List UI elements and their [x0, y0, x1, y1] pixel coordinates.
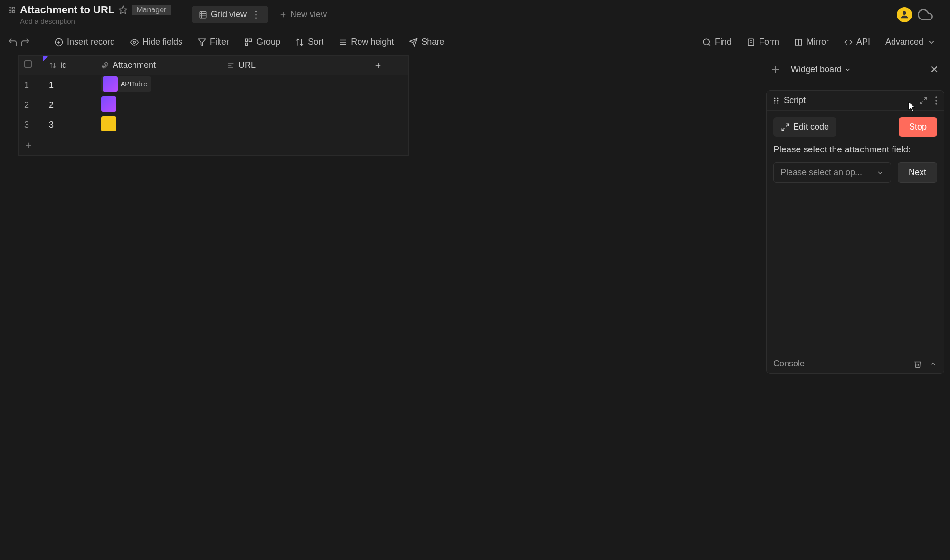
row-height-label: Row height [351, 37, 394, 47]
svg-point-10 [902, 11, 906, 14]
cell-url[interactable] [221, 115, 347, 135]
column-header-id[interactable]: id [43, 56, 95, 75]
svg-point-14 [133, 41, 136, 43]
undo-icon[interactable] [8, 37, 18, 47]
cell-attachment[interactable]: APITable [95, 75, 221, 95]
edit-code-label: Edit code [793, 122, 829, 132]
trash-icon[interactable] [913, 360, 922, 368]
column-header-attachment[interactable]: Attachment [95, 56, 221, 75]
widget-title: Script [784, 95, 806, 105]
prompt-text: Please select the attachment field: [773, 144, 937, 155]
sort-button[interactable]: Sort [289, 33, 330, 51]
add-column-button[interactable] [347, 56, 409, 75]
next-label: Next [909, 168, 926, 177]
svg-point-5 [255, 10, 256, 12]
col-attachment-label: Attachment [113, 60, 156, 70]
cell-id[interactable]: 3 [43, 115, 95, 135]
mirror-label: Mirror [807, 37, 829, 47]
edit-code-button[interactable]: Edit code [773, 117, 836, 137]
cell-empty [347, 115, 409, 135]
cell-id[interactable]: 2 [43, 95, 95, 115]
table-row[interactable]: 1 1 APITable [19, 75, 409, 95]
view-tab-grid[interactable]: Grid view [192, 6, 268, 23]
svg-point-24 [703, 39, 709, 45]
attachment-thumb-icon [101, 96, 116, 112]
share-label: Share [421, 37, 444, 47]
chevron-down-icon [876, 169, 884, 177]
advanced-label: Advanced [885, 37, 923, 47]
insert-record-button[interactable]: Insert record [48, 33, 122, 51]
expand-icon[interactable] [919, 96, 928, 105]
svg-point-47 [777, 102, 779, 103]
hide-fields-button[interactable]: Hide fields [124, 33, 189, 51]
view-tab-more-icon[interactable] [250, 10, 262, 19]
datasheet-icon [8, 6, 16, 14]
chevron-up-icon[interactable] [929, 360, 937, 368]
row-number: 1 [19, 75, 43, 95]
widget-more-icon[interactable] [935, 96, 937, 105]
svg-point-45 [777, 100, 779, 101]
svg-line-25 [708, 44, 710, 45]
new-view-button[interactable]: New view [272, 6, 333, 23]
drag-handle-icon[interactable] [773, 97, 779, 104]
share-button[interactable]: Share [402, 33, 451, 51]
cell-id[interactable]: 1 [43, 75, 95, 95]
sync-icon[interactable] [918, 7, 933, 22]
svg-point-46 [774, 102, 776, 103]
svg-rect-18 [245, 43, 247, 45]
find-button[interactable]: Find [696, 33, 738, 51]
star-icon[interactable] [118, 5, 128, 15]
field-select[interactable]: Please select an op... [773, 162, 891, 183]
find-label: Find [715, 37, 732, 47]
avatar[interactable] [897, 7, 912, 22]
view-tab-label: Grid view [211, 9, 247, 19]
api-button[interactable]: API [837, 33, 877, 51]
page-title: Attachment to URL [20, 4, 114, 16]
attachment-thumb-icon [101, 116, 116, 131]
redo-icon[interactable] [20, 37, 30, 47]
row-height-button[interactable]: Row height [332, 33, 400, 51]
row-number: 3 [19, 115, 43, 135]
role-badge: Manager [132, 5, 171, 15]
add-row[interactable] [19, 135, 409, 156]
add-widget-button[interactable] [770, 64, 781, 75]
sort-label: Sort [308, 37, 323, 47]
next-button[interactable]: Next [898, 162, 937, 183]
stop-button[interactable]: Stop [899, 117, 937, 137]
filter-button[interactable]: Filter [191, 33, 236, 51]
svg-rect-29 [795, 39, 798, 45]
form-button[interactable]: Form [740, 33, 786, 51]
api-label: API [856, 37, 870, 47]
checkbox-header[interactable] [19, 56, 43, 75]
description-placeholder[interactable]: Add a description [20, 17, 188, 25]
svg-point-7 [255, 17, 256, 19]
widget-board-select[interactable]: Widget board [791, 65, 851, 75]
filter-label: Filter [210, 37, 229, 47]
form-label: Form [759, 37, 779, 47]
new-view-label: New view [290, 9, 327, 19]
cell-url[interactable] [221, 95, 347, 115]
svg-marker-0 [119, 6, 127, 14]
svg-point-50 [935, 96, 937, 98]
cell-attachment[interactable] [95, 95, 221, 115]
table-row[interactable]: 3 3 [19, 115, 409, 135]
svg-point-42 [774, 97, 776, 99]
close-panel-button[interactable] [929, 64, 940, 75]
table-row[interactable]: 2 2 [19, 95, 409, 115]
svg-marker-15 [199, 39, 206, 46]
row-number: 2 [19, 95, 43, 115]
column-header-url[interactable]: URL [221, 56, 347, 75]
svg-point-51 [935, 100, 937, 102]
svg-rect-30 [799, 39, 802, 45]
cell-empty [347, 95, 409, 115]
advanced-button[interactable]: Advanced [879, 33, 942, 51]
group-button[interactable]: Group [238, 33, 287, 51]
insert-record-label: Insert record [67, 37, 115, 47]
mirror-button[interactable]: Mirror [788, 33, 836, 51]
widget-board-label: Widget board [791, 65, 842, 75]
cell-url[interactable] [221, 75, 347, 95]
svg-line-53 [786, 124, 788, 126]
console-label: Console [773, 359, 805, 369]
cell-attachment[interactable] [95, 115, 221, 135]
svg-line-54 [782, 128, 784, 130]
